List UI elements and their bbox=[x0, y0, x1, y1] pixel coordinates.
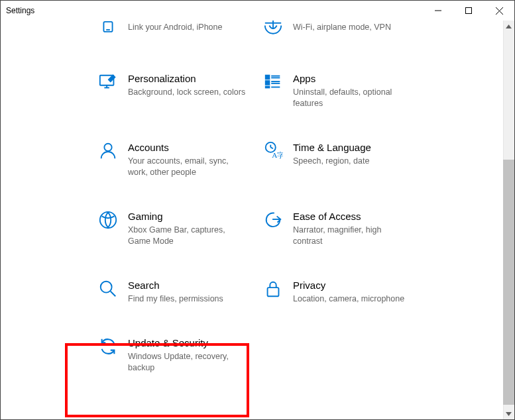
tile-update-security[interactable]: Update & Security Windows Update, recove… bbox=[87, 333, 252, 378]
svg-rect-28 bbox=[268, 288, 279, 296]
tile-sub: Link your Android, iPhone bbox=[128, 22, 222, 33]
close-button[interactable] bbox=[484, 1, 514, 21]
gaming-icon bbox=[92, 210, 124, 230]
svg-marker-30 bbox=[506, 412, 512, 416]
tile-sub: Location, camera, microphone bbox=[293, 293, 404, 305]
tile-sub: Your accounts, email, sync, work, other … bbox=[128, 156, 247, 178]
phone-icon bbox=[92, 21, 124, 40]
tile-network[interactable]: Network & Internet Wi-Fi, airplane mode,… bbox=[252, 21, 490, 44]
tile-title: Update & Security bbox=[128, 337, 247, 350]
svg-point-19 bbox=[104, 144, 111, 151]
maximize-button[interactable] bbox=[453, 1, 484, 21]
privacy-icon bbox=[257, 279, 289, 299]
svg-marker-29 bbox=[506, 25, 512, 28]
scrollbar[interactable] bbox=[503, 21, 514, 419]
scroll-down-icon[interactable] bbox=[503, 408, 514, 419]
tile-sub: Uninstall, defaults, optional features bbox=[293, 87, 412, 109]
scroll-up-icon[interactable] bbox=[503, 21, 514, 32]
search-icon bbox=[92, 279, 124, 299]
tile-apps[interactable]: Apps Uninstall, defaults, optional featu… bbox=[252, 68, 490, 113]
tile-title: Gaming bbox=[128, 210, 247, 223]
svg-point-26 bbox=[101, 282, 112, 293]
tile-sub: Find my files, permissions bbox=[128, 293, 223, 305]
tile-accounts[interactable]: Accounts Your accounts, email, sync, wor… bbox=[87, 137, 252, 182]
accounts-icon bbox=[92, 141, 124, 161]
tile-title: Time & Language bbox=[293, 141, 371, 154]
svg-line-27 bbox=[111, 291, 116, 297]
svg-rect-1 bbox=[466, 8, 472, 14]
tile-sub: Background, lock screen, colors bbox=[128, 87, 245, 98]
tile-sub: Windows Update, recovery, backup bbox=[128, 351, 247, 374]
svg-text:A字: A字 bbox=[272, 151, 283, 159]
tile-title: Personalization bbox=[128, 72, 245, 85]
tile-time-language[interactable]: A字 Time & Language Speech, region, date bbox=[252, 137, 490, 182]
tile-search[interactable]: Search Find my files, permissions bbox=[87, 275, 252, 309]
minimize-button[interactable] bbox=[423, 1, 453, 21]
settings-grid: Phone Link your Android, iPhone Network … bbox=[1, 21, 503, 391]
tile-personalization[interactable]: Personalization Background, lock screen,… bbox=[87, 68, 252, 113]
tile-title: Accounts bbox=[128, 141, 247, 154]
update-security-icon bbox=[92, 337, 124, 356]
svg-rect-12 bbox=[266, 81, 270, 85]
tile-title: Search bbox=[128, 279, 223, 292]
tile-sub: Wi-Fi, airplane mode, VPN bbox=[293, 22, 391, 33]
time-language-icon: A字 bbox=[257, 141, 289, 161]
tile-sub: Narrator, magnifier, high contrast bbox=[293, 225, 412, 247]
tile-gaming[interactable]: Gaming Xbox Game Bar, captures, Game Mod… bbox=[87, 206, 252, 251]
content-area: Phone Link your Android, iPhone Network … bbox=[1, 21, 514, 419]
tile-sub: Speech, region, date bbox=[293, 156, 371, 167]
tile-title: Ease of Access bbox=[293, 210, 412, 223]
tile-privacy[interactable]: Privacy Location, camera, microphone bbox=[252, 275, 490, 309]
tile-title: Privacy bbox=[293, 279, 404, 292]
scrollbar-thumb[interactable] bbox=[503, 160, 514, 405]
tile-sub: Xbox Game Bar, captures, Game Mode bbox=[128, 225, 247, 247]
svg-line-22 bbox=[270, 147, 273, 148]
svg-rect-13 bbox=[266, 87, 270, 88]
tile-phone[interactable]: Phone Link your Android, iPhone bbox=[87, 21, 252, 44]
ease-of-access-icon bbox=[257, 210, 289, 230]
globe-icon bbox=[257, 21, 289, 40]
window-title: Settings bbox=[6, 6, 34, 15]
svg-point-24 bbox=[100, 212, 116, 228]
tile-ease-of-access[interactable]: Ease of Access Narrator, magnifier, high… bbox=[252, 206, 490, 251]
svg-rect-11 bbox=[266, 76, 270, 79]
window-controls bbox=[423, 1, 514, 21]
tile-title: Apps bbox=[293, 72, 412, 85]
personalization-icon bbox=[92, 72, 124, 92]
apps-icon bbox=[257, 72, 289, 92]
titlebar: Settings bbox=[1, 1, 514, 21]
settings-window: Settings bbox=[0, 0, 515, 420]
